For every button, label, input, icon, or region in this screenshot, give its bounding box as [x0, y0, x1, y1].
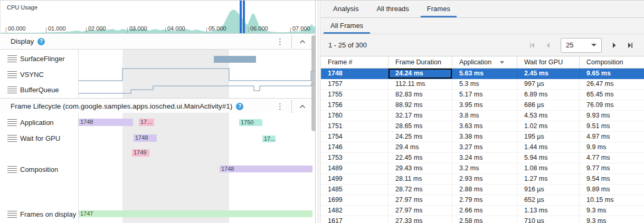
- table-cell[interactable]: 6.89 ms: [517, 90, 580, 100]
- table-cell[interactable]: 29.4 ms: [389, 142, 452, 152]
- table-cell[interactable]: 2.45 ms: [517, 69, 580, 79]
- table-cell[interactable]: 1.02 ms: [517, 121, 580, 131]
- tab-all-threads[interactable]: All threads: [370, 1, 415, 17]
- table-cell[interactable]: 32.17 ms: [389, 111, 452, 121]
- column-header[interactable]: Frame #: [321, 56, 389, 68]
- drag-handle-icon[interactable]: [7, 71, 17, 78]
- table-cell[interactable]: 9.9 ms: [580, 142, 644, 152]
- frame-bar[interactable]: 1748: [79, 119, 133, 126]
- table-row[interactable]: 148929.43 ms3.2 ms1.08 ms9.77 ms: [321, 163, 644, 174]
- table-cell[interactable]: 2.66 ms: [452, 206, 517, 216]
- column-header[interactable]: Frame Duration: [389, 56, 452, 68]
- column-header[interactable]: Composition: [580, 56, 644, 68]
- drag-handle-icon[interactable]: [7, 86, 17, 93]
- table-row[interactable]: 174629.4 ms3.27 ms1.44 ms9.9 ms: [321, 142, 644, 153]
- table-cell[interactable]: 5.94 ms: [517, 153, 580, 163]
- table-row[interactable]: 175322.45 ms3.24 ms5.94 ms4.77 ms: [321, 153, 644, 163]
- column-header[interactable]: Wait for GPU: [517, 56, 580, 68]
- table-row[interactable]: 161727.33 ms2.58 ms710 µs9.3 ms: [321, 216, 644, 223]
- first-page-button[interactable]: [526, 39, 538, 52]
- table-cell[interactable]: 28.11 ms: [389, 174, 452, 184]
- vertical-scrollbar[interactable]: [311, 35, 316, 131]
- table-cell[interactable]: 9.54 ms: [580, 174, 644, 184]
- table-cell[interactable]: 29.43 ms: [389, 163, 452, 173]
- table-row[interactable]: 148227.97 ms2.66 ms1.13 ms9.3 ms: [321, 206, 644, 216]
- table-cell[interactable]: 3.2 ms: [452, 163, 517, 173]
- table-row[interactable]: 174824.24 ms5.63 ms2.45 ms9.65 ms: [321, 69, 644, 79]
- subtab-all-frames[interactable]: All Frames: [324, 18, 370, 34]
- table-row[interactable]: 175582.83 ms5.17 ms6.89 ms65.45 ms: [321, 90, 644, 100]
- drag-handle-icon[interactable]: [7, 166, 17, 173]
- selection-range-start-line[interactable]: [240, 1, 242, 33]
- table-cell[interactable]: 27.97 ms: [389, 195, 452, 205]
- table-cell[interactable]: 27.33 ms: [389, 216, 452, 223]
- table-cell[interactable]: 1757: [321, 79, 389, 89]
- table-row[interactable]: 175128.65 ms3.63 ms1.02 ms9.51 ms: [321, 121, 644, 132]
- table-cell[interactable]: 997 µs: [517, 79, 580, 89]
- last-page-button[interactable]: [624, 39, 637, 52]
- more-options-icon[interactable]: ⋮: [272, 37, 288, 46]
- table-cell[interactable]: 2.79 ms: [452, 195, 517, 205]
- table-cell[interactable]: 88.92 ms: [389, 100, 452, 110]
- table-cell[interactable]: 5.63 ms: [452, 69, 517, 79]
- table-cell[interactable]: 1617: [321, 216, 389, 223]
- frame-bar[interactable]: 1748: [134, 134, 157, 142]
- table-cell[interactable]: 82.83 ms: [389, 90, 452, 100]
- table-cell[interactable]: 65.45 ms: [580, 90, 644, 100]
- table-cell[interactable]: 1751: [321, 121, 389, 131]
- table-cell[interactable]: 1753: [321, 153, 389, 163]
- table-cell[interactable]: 9.77 ms: [580, 163, 644, 173]
- more-options-icon[interactable]: ⋮: [272, 102, 288, 111]
- table-cell[interactable]: 652 µs: [517, 195, 580, 205]
- table-cell[interactable]: 3.24 ms: [452, 153, 517, 163]
- table-cell[interactable]: 10.15 ms: [580, 195, 644, 205]
- table-cell[interactable]: 710 µs: [517, 216, 580, 223]
- table-cell[interactable]: 5.3 ms: [452, 79, 517, 89]
- table-cell[interactable]: 4.77 ms: [580, 153, 644, 163]
- tab-frames[interactable]: Frames: [421, 1, 457, 17]
- table-cell[interactable]: 5.17 ms: [452, 90, 517, 100]
- table-cell[interactable]: 1489: [321, 163, 389, 173]
- table-cell[interactable]: 3.38 ms: [452, 132, 517, 142]
- table-cell[interactable]: 1754: [321, 132, 389, 142]
- table-cell[interactable]: 1748: [321, 69, 389, 79]
- frame-bar[interactable]: 1749: [132, 149, 149, 157]
- table-cell[interactable]: 916 µs: [517, 185, 580, 195]
- table-cell[interactable]: 1499: [321, 174, 389, 184]
- table-cell[interactable]: 26.47 ms: [580, 79, 644, 89]
- table-row[interactable]: 148528.72 ms2.88 ms916 µs9.89 ms: [321, 185, 644, 195]
- drag-handle-icon[interactable]: [7, 135, 17, 142]
- table-cell[interactable]: 3.63 ms: [452, 121, 517, 131]
- table-cell[interactable]: 112.11 ms: [389, 79, 452, 89]
- table-cell[interactable]: 2.58 ms: [452, 216, 517, 223]
- table-cell[interactable]: 4.53 ms: [517, 111, 580, 121]
- table-cell[interactable]: 195 µs: [517, 132, 580, 142]
- table-cell[interactable]: 1.44 ms: [517, 142, 580, 152]
- frame-bar[interactable]: 17...: [139, 119, 154, 126]
- frame-bar[interactable]: 1750: [239, 119, 262, 126]
- table-cell[interactable]: 2.88 ms: [452, 185, 517, 195]
- table-cell[interactable]: 28.72 ms: [389, 185, 452, 195]
- frame-bar[interactable]: 1748: [220, 166, 312, 172]
- cpu-usage-chart[interactable]: CPU Usage 00.00001.00002.00003.00004.000…: [0, 1, 315, 34]
- selection-range-end-line[interactable]: [243, 1, 245, 33]
- table-cell[interactable]: 4.97 ms: [580, 132, 644, 142]
- table-cell[interactable]: 1699: [321, 195, 389, 205]
- table-cell[interactable]: 1756: [321, 100, 389, 110]
- table-row[interactable]: 149928.11 ms2.93 ms1.27 ms9.54 ms: [321, 174, 644, 185]
- table-row[interactable]: 175688.92 ms3.95 ms686 µs76.09 ms: [321, 100, 644, 111]
- drag-handle-icon[interactable]: [7, 119, 17, 126]
- drag-handle-icon[interactable]: [7, 211, 17, 218]
- table-cell[interactable]: 9.51 ms: [580, 121, 644, 131]
- table-cell[interactable]: 2.93 ms: [452, 174, 517, 184]
- table-cell[interactable]: 9.3 ms: [580, 216, 644, 223]
- collapse-section-button[interactable]: [295, 103, 310, 110]
- table-cell[interactable]: 3.8 ms: [452, 111, 517, 121]
- table-cell[interactable]: 9.93 ms: [580, 111, 644, 121]
- table-cell[interactable]: 9.89 ms: [580, 185, 644, 195]
- table-cell[interactable]: 3.27 ms: [452, 142, 517, 152]
- table-cell[interactable]: 686 µs: [517, 100, 580, 110]
- table-cell[interactable]: 22.45 ms: [389, 153, 452, 163]
- help-icon[interactable]: ?: [37, 38, 45, 45]
- table-cell[interactable]: 9.65 ms: [580, 69, 644, 79]
